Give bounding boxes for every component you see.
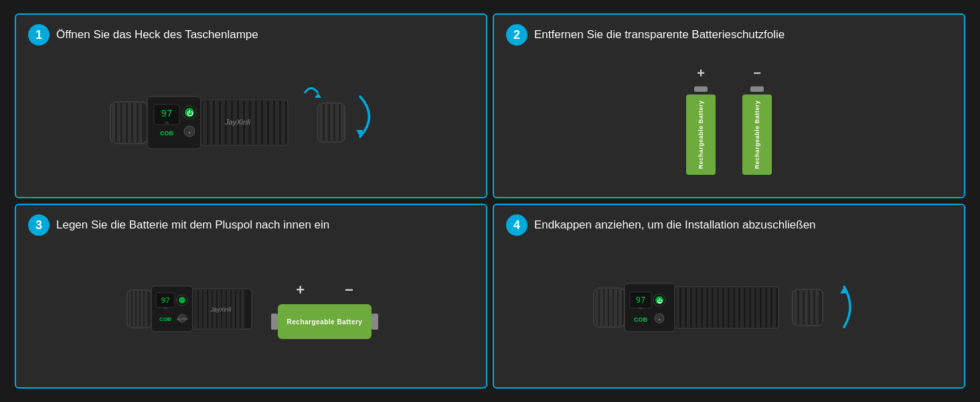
battery-pair: + Rechargeable Battery − Rechargeable Ba… bbox=[686, 66, 772, 175]
battery-left-terminal bbox=[694, 86, 708, 92]
svg-rect-106 bbox=[794, 289, 797, 326]
plus-symbol-left: + bbox=[697, 66, 705, 81]
svg-rect-40 bbox=[129, 290, 131, 328]
minus-symbol-right: − bbox=[753, 66, 761, 81]
svg-rect-93 bbox=[714, 287, 717, 328]
svg-rect-35 bbox=[325, 103, 328, 142]
panel3-header: 3 Legen Sie die Batterie mit dem Pluspol… bbox=[28, 214, 474, 236]
svg-rect-18 bbox=[203, 100, 207, 145]
svg-rect-29 bbox=[269, 100, 273, 145]
svg-rect-38 bbox=[341, 103, 344, 142]
svg-rect-72 bbox=[614, 288, 617, 327]
svg-text:JayXinli: JayXinli bbox=[176, 317, 187, 321]
svg-text:COB: COB bbox=[160, 130, 174, 137]
step-badge-1: 1 bbox=[28, 24, 50, 46]
svg-rect-44 bbox=[145, 290, 147, 328]
svg-rect-86 bbox=[676, 287, 679, 328]
svg-rect-28 bbox=[263, 100, 267, 145]
svg-text:COB: COB bbox=[634, 316, 648, 323]
svg-rect-65 bbox=[241, 289, 244, 329]
battery-right: − Rechargeable Battery bbox=[742, 66, 772, 175]
svg-rect-19 bbox=[209, 100, 213, 145]
battery-horiz-label: Rechargeable Battery bbox=[287, 318, 363, 326]
battery-right-terminal bbox=[750, 86, 764, 92]
svg-rect-3 bbox=[122, 102, 126, 143]
svg-text:✦: ✦ bbox=[658, 318, 661, 322]
svg-rect-89 bbox=[692, 287, 696, 328]
svg-text:97: 97 bbox=[161, 296, 169, 305]
svg-rect-108 bbox=[805, 289, 808, 326]
plus-pole-p3: + bbox=[296, 281, 305, 299]
horiz-battery-group: Rechargeable Battery bbox=[271, 304, 378, 339]
svg-rect-30 bbox=[275, 100, 279, 145]
svg-rect-6 bbox=[139, 102, 142, 143]
svg-text:%: % bbox=[163, 306, 167, 310]
svg-text:%: % bbox=[639, 306, 643, 310]
flashlight-panel4: 97 % ⏻ COB ✦ JayXinli bbox=[588, 270, 870, 350]
svg-rect-102 bbox=[762, 287, 765, 328]
panel-step3: 3 Legen Sie die Batterie mit dem Pluspol… bbox=[15, 204, 487, 389]
step-badge-2: 2 bbox=[506, 24, 527, 46]
svg-rect-104 bbox=[772, 287, 776, 328]
step-title-4: Endkappen anziehen, um die Installation … bbox=[534, 218, 816, 232]
svg-rect-34 bbox=[319, 103, 323, 142]
svg-rect-99 bbox=[746, 287, 749, 328]
svg-rect-5 bbox=[133, 102, 137, 143]
instruction-grid: 1 Öffnen Sie das Heck des Taschenlampe bbox=[15, 13, 965, 389]
battery-left: + Rechargeable Battery bbox=[686, 66, 716, 175]
battery-left-label: Rechargeable Battery bbox=[698, 100, 704, 169]
svg-text:97: 97 bbox=[636, 295, 645, 305]
svg-rect-100 bbox=[751, 287, 754, 328]
panel4-content: 97 % ⏻ COB ✦ JayXinli bbox=[506, 243, 952, 378]
svg-rect-2 bbox=[117, 102, 120, 143]
step-title-1: Öffnen Sie das Heck des Taschenlampe bbox=[56, 28, 258, 42]
svg-rect-43 bbox=[141, 290, 143, 328]
step-badge-3: 3 bbox=[28, 214, 50, 236]
battery-left-body: Rechargeable Battery bbox=[686, 94, 716, 175]
svg-rect-91 bbox=[703, 287, 706, 328]
svg-rect-101 bbox=[756, 287, 760, 328]
svg-rect-70 bbox=[604, 288, 608, 327]
poles-row: + − bbox=[296, 281, 353, 302]
svg-rect-95 bbox=[724, 287, 728, 328]
svg-rect-55 bbox=[194, 289, 197, 329]
svg-text:JayXinli: JayXinli bbox=[224, 118, 250, 126]
panel-step4: 4 Endkappen anziehen, um die Installatio… bbox=[493, 204, 965, 389]
svg-rect-57 bbox=[203, 289, 207, 329]
svg-rect-1 bbox=[112, 102, 115, 143]
svg-rect-36 bbox=[330, 103, 333, 142]
svg-rect-37 bbox=[335, 103, 339, 142]
flashlight-panel3: 97 % COB JayXinli bbox=[124, 272, 258, 349]
svg-rect-27 bbox=[257, 100, 261, 145]
svg-rect-87 bbox=[681, 287, 685, 328]
battery-poles-panel3: + − Rechargeable Battery bbox=[271, 281, 378, 339]
battery-pos-terminal bbox=[372, 314, 378, 330]
svg-rect-96 bbox=[730, 287, 733, 328]
svg-rect-26 bbox=[251, 100, 255, 145]
svg-rect-109 bbox=[810, 289, 813, 326]
svg-rect-42 bbox=[137, 290, 139, 328]
svg-rect-110 bbox=[815, 289, 819, 326]
svg-rect-97 bbox=[735, 287, 738, 328]
minus-pole-p3: − bbox=[345, 281, 353, 299]
panel4-header: 4 Endkappen anziehen, um die Installatio… bbox=[506, 214, 952, 236]
svg-text:COB: COB bbox=[159, 316, 171, 322]
svg-rect-107 bbox=[799, 289, 803, 326]
svg-rect-92 bbox=[708, 287, 712, 328]
svg-text:⏻: ⏻ bbox=[657, 298, 663, 304]
svg-rect-41 bbox=[133, 290, 135, 328]
svg-rect-90 bbox=[698, 287, 701, 328]
battery-right-body: Rechargeable Battery bbox=[742, 94, 772, 175]
battery-horizontal-body: Rechargeable Battery bbox=[278, 304, 372, 339]
svg-text:%: % bbox=[165, 121, 169, 125]
panel1-content: 97 % ⏻ COB ✦ bbox=[28, 52, 474, 188]
svg-rect-71 bbox=[609, 288, 612, 327]
svg-point-50 bbox=[179, 297, 185, 304]
svg-rect-103 bbox=[767, 287, 770, 328]
battery-neg-terminal bbox=[271, 314, 278, 330]
svg-text:✦: ✦ bbox=[188, 131, 191, 135]
panel2-content: + Rechargeable Battery − Rechargeable Ba… bbox=[506, 52, 952, 188]
panel2-header: 2 Entfernen Sie die transparente Batteri… bbox=[506, 24, 952, 46]
panel-step2: 2 Entfernen Sie die transparente Batteri… bbox=[493, 13, 965, 198]
svg-text:⏻: ⏻ bbox=[187, 110, 193, 117]
